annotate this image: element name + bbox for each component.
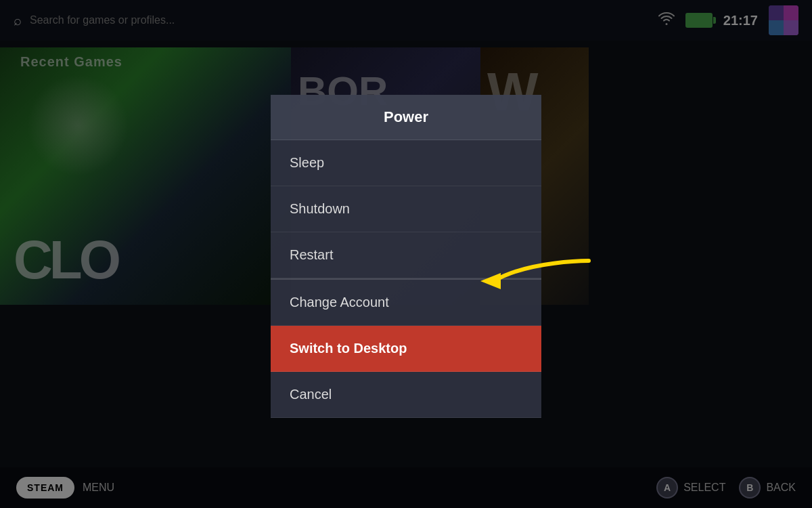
menu-item-shutdown[interactable]: Shutdown <box>271 186 541 232</box>
menu-item-sleep[interactable]: Sleep <box>271 140 541 186</box>
power-menu: Sleep Shutdown Restart Change Account Sw… <box>271 140 541 418</box>
power-dialog-title: Power <box>271 95 541 140</box>
menu-item-switch-to-desktop[interactable]: Switch to Desktop <box>271 326 541 372</box>
menu-item-change-account[interactable]: Change Account <box>271 278 541 326</box>
menu-item-restart[interactable]: Restart <box>271 232 541 278</box>
power-dialog: Power Sleep Shutdown Restart Change Acco… <box>271 95 541 418</box>
menu-item-cancel[interactable]: Cancel <box>271 372 541 418</box>
